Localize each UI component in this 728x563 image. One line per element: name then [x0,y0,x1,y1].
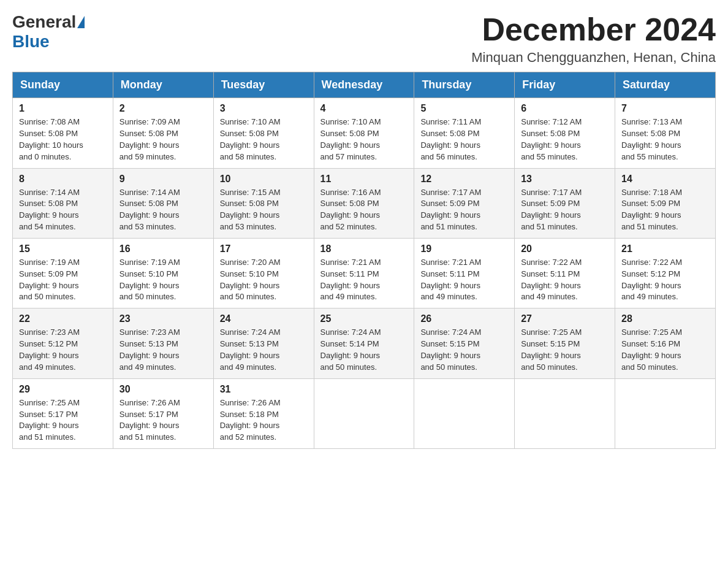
day-info: Sunrise: 7:12 AMSunset: 5:08 PMDaylight:… [521,117,582,161]
day-info: Sunrise: 7:26 AMSunset: 5:17 PMDaylight:… [119,398,180,442]
day-number: 31 [220,384,308,395]
calendar-cell: 22 Sunrise: 7:23 AMSunset: 5:12 PMDaylig… [13,308,113,378]
weekday-header-tuesday: Tuesday [213,72,314,98]
calendar-cell: 30 Sunrise: 7:26 AMSunset: 5:17 PMDaylig… [113,378,213,448]
weekday-header-saturday: Saturday [615,72,716,98]
day-info: Sunrise: 7:15 AMSunset: 5:08 PMDaylight:… [220,188,281,232]
weekday-header-sunday: Sunday [13,72,113,98]
calendar-cell: 5 Sunrise: 7:11 AMSunset: 5:08 PMDayligh… [414,98,515,168]
day-info: Sunrise: 7:23 AMSunset: 5:12 PMDaylight:… [19,327,80,372]
day-number: 20 [521,243,609,255]
weekday-header-thursday: Thursday [414,72,515,98]
calendar-cell: 27 Sunrise: 7:25 AMSunset: 5:15 PMDaylig… [515,308,615,378]
day-info: Sunrise: 7:13 AMSunset: 5:08 PMDaylight:… [621,117,682,161]
day-number: 4 [320,103,408,114]
day-number: 14 [621,174,709,185]
calendar-cell: 11 Sunrise: 7:16 AMSunset: 5:08 PMDaylig… [314,168,414,238]
weekday-header-wednesday: Wednesday [314,72,414,98]
day-number: 30 [119,384,207,395]
day-number: 2 [119,103,207,114]
day-number: 27 [521,313,609,324]
day-number: 18 [320,243,408,255]
day-number: 3 [220,103,308,114]
day-number: 23 [119,313,207,324]
day-info: Sunrise: 7:18 AMSunset: 5:09 PMDaylight:… [621,188,682,232]
calendar-cell: 12 Sunrise: 7:17 AMSunset: 5:09 PMDaylig… [414,168,515,238]
weekday-header-friday: Friday [515,72,615,98]
day-info: Sunrise: 7:10 AMSunset: 5:08 PMDaylight:… [320,117,381,161]
day-info: Sunrise: 7:24 AMSunset: 5:14 PMDaylight:… [320,327,381,372]
day-info: Sunrise: 7:23 AMSunset: 5:13 PMDaylight:… [119,327,180,372]
day-number: 6 [521,103,609,114]
calendar-cell: 1 Sunrise: 7:08 AMSunset: 5:08 PMDayligh… [13,98,113,168]
calendar-cell: 26 Sunrise: 7:24 AMSunset: 5:15 PMDaylig… [414,308,515,378]
month-year-title: December 2024 [471,12,716,47]
calendar-cell [414,378,515,448]
day-number: 7 [621,103,709,114]
location-subtitle: Minquan Chengguanzhen, Henan, China [471,50,716,66]
day-info: Sunrise: 7:10 AMSunset: 5:08 PMDaylight:… [220,117,281,161]
calendar-cell: 31 Sunrise: 7:26 AMSunset: 5:18 PMDaylig… [213,378,314,448]
calendar-cell: 24 Sunrise: 7:24 AMSunset: 5:13 PMDaylig… [213,308,314,378]
day-number: 24 [220,313,308,324]
day-info: Sunrise: 7:21 AMSunset: 5:11 PMDaylight:… [420,258,481,302]
day-info: Sunrise: 7:25 AMSunset: 5:16 PMDaylight:… [621,327,682,372]
calendar-week-row: 1 Sunrise: 7:08 AMSunset: 5:08 PMDayligh… [13,98,716,168]
day-info: Sunrise: 7:24 AMSunset: 5:15 PMDaylight:… [420,327,481,372]
day-number: 13 [521,174,609,185]
day-number: 22 [19,313,107,324]
calendar-cell: 14 Sunrise: 7:18 AMSunset: 5:09 PMDaylig… [615,168,716,238]
day-number: 12 [420,174,508,185]
day-number: 5 [420,103,508,114]
calendar-cell: 10 Sunrise: 7:15 AMSunset: 5:08 PMDaylig… [213,168,314,238]
calendar-cell [515,378,615,448]
day-number: 17 [220,243,308,255]
calendar-cell: 16 Sunrise: 7:19 AMSunset: 5:10 PMDaylig… [113,238,213,308]
weekday-header-row: SundayMondayTuesdayWednesdayThursdayFrid… [13,72,716,98]
day-number: 1 [19,103,107,114]
calendar-week-row: 15 Sunrise: 7:19 AMSunset: 5:09 PMDaylig… [13,238,716,308]
day-info: Sunrise: 7:22 AMSunset: 5:12 PMDaylight:… [621,258,682,302]
calendar-cell [314,378,414,448]
calendar-week-row: 29 Sunrise: 7:25 AMSunset: 5:17 PMDaylig… [13,378,716,448]
calendar-cell: 21 Sunrise: 7:22 AMSunset: 5:12 PMDaylig… [615,238,716,308]
day-number: 29 [19,384,107,395]
calendar-cell: 7 Sunrise: 7:13 AMSunset: 5:08 PMDayligh… [615,98,716,168]
calendar-week-row: 22 Sunrise: 7:23 AMSunset: 5:12 PMDaylig… [13,308,716,378]
day-info: Sunrise: 7:20 AMSunset: 5:10 PMDaylight:… [220,258,281,302]
day-number: 26 [420,313,508,324]
calendar-cell: 8 Sunrise: 7:14 AMSunset: 5:08 PMDayligh… [13,168,113,238]
day-number: 15 [19,243,107,255]
calendar-cell: 6 Sunrise: 7:12 AMSunset: 5:08 PMDayligh… [515,98,615,168]
day-info: Sunrise: 7:21 AMSunset: 5:11 PMDaylight:… [320,258,381,302]
day-info: Sunrise: 7:25 AMSunset: 5:17 PMDaylight:… [19,398,80,442]
day-number: 21 [621,243,709,255]
day-number: 11 [320,174,408,185]
day-info: Sunrise: 7:26 AMSunset: 5:18 PMDaylight:… [220,398,281,442]
logo-triangle-icon [77,16,85,28]
day-info: Sunrise: 7:08 AMSunset: 5:08 PMDaylight:… [19,117,83,161]
calendar-cell: 15 Sunrise: 7:19 AMSunset: 5:09 PMDaylig… [13,238,113,308]
calendar-cell: 17 Sunrise: 7:20 AMSunset: 5:10 PMDaylig… [213,238,314,308]
calendar-cell: 23 Sunrise: 7:23 AMSunset: 5:13 PMDaylig… [113,308,213,378]
calendar-cell: 28 Sunrise: 7:25 AMSunset: 5:16 PMDaylig… [615,308,716,378]
day-info: Sunrise: 7:24 AMSunset: 5:13 PMDaylight:… [220,327,281,372]
day-info: Sunrise: 7:19 AMSunset: 5:09 PMDaylight:… [19,258,80,302]
logo-blue: Blue [12,32,50,52]
logo: General Blue [12,12,86,52]
day-number: 28 [621,313,709,324]
day-info: Sunrise: 7:17 AMSunset: 5:09 PMDaylight:… [420,188,481,232]
day-info: Sunrise: 7:14 AMSunset: 5:08 PMDaylight:… [119,188,180,232]
day-number: 25 [320,313,408,324]
calendar-cell: 2 Sunrise: 7:09 AMSunset: 5:08 PMDayligh… [113,98,213,168]
day-info: Sunrise: 7:09 AMSunset: 5:08 PMDaylight:… [119,117,180,161]
day-info: Sunrise: 7:25 AMSunset: 5:15 PMDaylight:… [521,327,582,372]
day-info: Sunrise: 7:17 AMSunset: 5:09 PMDaylight:… [521,188,582,232]
logo-general: General [12,12,76,32]
day-info: Sunrise: 7:14 AMSunset: 5:08 PMDaylight:… [19,188,80,232]
day-number: 8 [19,174,107,185]
title-section: December 2024 Minquan Chengguanzhen, Hen… [471,12,716,66]
calendar-cell: 4 Sunrise: 7:10 AMSunset: 5:08 PMDayligh… [314,98,414,168]
calendar-table: SundayMondayTuesdayWednesdayThursdayFrid… [12,72,716,449]
day-info: Sunrise: 7:16 AMSunset: 5:08 PMDaylight:… [320,188,381,232]
